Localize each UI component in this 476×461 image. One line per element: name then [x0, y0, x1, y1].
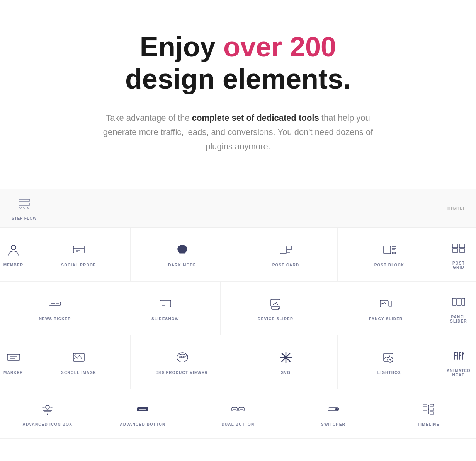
- svg-rect-16: [384, 246, 391, 254]
- svg-rect-0: [19, 199, 30, 201]
- grid-cell-advanced-button: ADVANCED BUTTON: [95, 389, 191, 438]
- highlight-label: HIGHLI: [447, 206, 464, 210]
- member-label: MEMBER: [3, 263, 24, 267]
- hero-subtitle: Take advantage of the complete set of de…: [91, 111, 385, 154]
- svg-point-64: [335, 408, 338, 410]
- lightbox-icon: [382, 349, 397, 366]
- svg-point-66: [428, 408, 429, 410]
- device-slider-label: DEVICE SLIDER: [258, 317, 293, 321]
- svg-rect-6: [73, 246, 84, 253]
- advanced-icon-box-icon: [40, 401, 55, 418]
- svg-point-47: [284, 356, 287, 359]
- grid-cell-lightbox: LIGHTBOX: [338, 335, 441, 389]
- svg-rect-25: [459, 249, 465, 252]
- post-card-label: POST CARD: [272, 263, 299, 267]
- svg-label: SVG: [281, 371, 291, 375]
- advanced-button-icon: [135, 401, 150, 418]
- lightbox-label: LIGHTBOX: [377, 371, 401, 375]
- hero-subtitle-bold: complete set of dedicated tools: [192, 113, 319, 123]
- svg-rect-70: [430, 404, 434, 406]
- social-proof-label: SOCIAL PROOF: [61, 263, 96, 267]
- svg-rect-39: [457, 298, 461, 305]
- grid-cell-post-grid: POST GRID: [441, 228, 476, 281]
- panel-slider-icon: [451, 293, 466, 310]
- svg-point-3: [24, 207, 25, 208]
- svg-rect-40: [462, 298, 465, 305]
- svg-text:360°: 360°: [179, 355, 186, 359]
- svg-rect-13: [287, 246, 292, 249]
- grid-cell-dual-button: DUAL BUTTON: [190, 389, 286, 438]
- svg-point-2: [20, 207, 21, 208]
- hero-title-plain: Enjoy: [140, 31, 223, 62]
- step-flow-bar: STEP FLOW HIGHLI: [0, 189, 476, 228]
- grid-cell-animated-head: ANIMATED HEAD: [441, 335, 476, 389]
- svg-rect-23: [459, 244, 465, 248]
- grid-cell-news-ticker: NEWS TICKER: [0, 282, 110, 335]
- grid-cell-advanced-icon-box: ADVANCED ICON BOX: [0, 389, 95, 438]
- marker-label: MARKER: [3, 371, 23, 375]
- grid-cell-fancy-slider: FANCY SLIDER: [331, 282, 442, 335]
- slideshow-icon: [158, 295, 173, 312]
- svg-rect-72: [430, 412, 434, 414]
- grid-cell-marker: MARKER: [0, 335, 27, 389]
- panel-slider-label: PANEL SLIDER: [449, 315, 468, 323]
- animated-head-icon: [451, 347, 466, 364]
- grid-cell-slideshow: SLIDESHOW: [110, 282, 221, 335]
- switcher-label: SWITCHER: [321, 422, 345, 427]
- scroll-image-label: SCROLL IMAGE: [61, 371, 96, 375]
- dual-button-label: DUAL BUTTON: [221, 422, 254, 427]
- hero-title: Enjoy over 200 design elements.: [8, 31, 468, 95]
- svg-rect-38: [452, 298, 456, 305]
- grid-cell-dark-mode: DARK MODE: [131, 228, 234, 281]
- grid-cell-member: MEMBER: [0, 228, 27, 281]
- hero-title-accent: over 200: [223, 31, 336, 62]
- post-block-icon: [382, 241, 397, 258]
- svg-point-65: [428, 405, 429, 406]
- svg-rect-74: [423, 408, 427, 410]
- step-flow-icon: [17, 196, 32, 214]
- post-card-icon: [278, 241, 294, 258]
- news-ticker-icon: [47, 295, 63, 312]
- svg-rect-11: [179, 252, 185, 253]
- post-block-label: POST BLOCK: [374, 263, 405, 267]
- dual-button-icon: [230, 401, 246, 418]
- slideshow-label: SLIDESHOW: [151, 317, 179, 321]
- grid-cell-timeline: TIMELINE: [381, 389, 476, 438]
- grid-section: MEMBER SOCIAL PROOF DARK MOD: [0, 228, 476, 439]
- member-icon: [6, 241, 21, 258]
- grid-cell-device-slider: DEVICE SLIDER: [221, 282, 331, 335]
- svg-point-56: [47, 413, 48, 415]
- grid-cell-svg: SVG: [234, 335, 338, 389]
- svg-point-67: [428, 412, 429, 414]
- svg-rect-12: [280, 246, 286, 254]
- social-proof-icon: [71, 241, 87, 258]
- grid-row-2: NEWS TICKER SLIDESHOW: [0, 282, 476, 335]
- advanced-button-label: ADVANCED BUTTON: [120, 422, 165, 427]
- device-slider-icon: [268, 295, 283, 312]
- hero-title-rest: design elements.: [125, 63, 351, 94]
- step-flow-label: STEP FLOW: [12, 216, 37, 220]
- grid-cell-post-card: POST CARD: [234, 228, 338, 281]
- fancy-slider-icon: [378, 295, 394, 312]
- 360-viewer-label: 360 PRODUCT VIEWER: [156, 371, 208, 375]
- svg-rect-71: [430, 408, 434, 410]
- bottom-spacer: [0, 439, 476, 461]
- svg-rect-21: [392, 252, 396, 254]
- svg-icon-cell: [278, 349, 294, 366]
- grid-cell-social-proof: SOCIAL PROOF: [27, 228, 131, 281]
- timeline-label: TIMELINE: [418, 422, 439, 427]
- svg-rect-29: [160, 300, 171, 307]
- fancy-slider-label: FANCY SLIDER: [369, 317, 403, 321]
- svg-point-4: [27, 207, 29, 208]
- 360-viewer-icon: 360°: [175, 349, 190, 366]
- svg-point-53: [46, 405, 49, 409]
- svg-rect-22: [452, 244, 458, 248]
- step-flow-item: STEP FLOW: [12, 196, 37, 220]
- grid-row-1: MEMBER SOCIAL PROOF DARK MOD: [0, 228, 476, 282]
- grid-cell-scroll-image: SCROLL IMAGE: [27, 335, 131, 389]
- grid-cell-post-block: POST BLOCK: [338, 228, 441, 281]
- svg-line-52: [392, 361, 393, 362]
- svg-point-10: [178, 245, 187, 253]
- svg-rect-41: [7, 354, 20, 360]
- svg-rect-1: [19, 203, 30, 205]
